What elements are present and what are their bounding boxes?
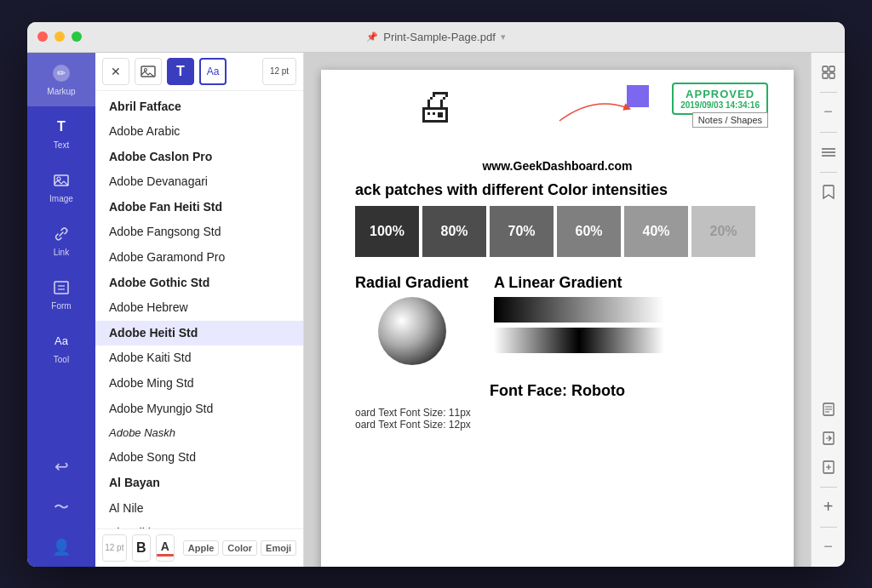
pt-size-button[interactable]: 12 pt	[262, 58, 296, 85]
patch-60: 60%	[557, 206, 621, 257]
font-item-adobe-naskh[interactable]: Adobe Naskh	[95, 421, 303, 445]
font-item-adobe-kaiti[interactable]: Adobe Kaiti Std	[95, 345, 303, 371]
divider-2	[820, 132, 837, 133]
image-label: Image	[49, 194, 73, 203]
titlebar: 📌 Print-Sample-Page.pdf ▾	[27, 22, 845, 53]
aa-panel-button[interactable]: Aa	[199, 58, 227, 85]
sidebar-item-image[interactable]: Image	[27, 160, 95, 214]
font-item-adobe-ming[interactable]: Adobe Ming Std	[95, 371, 303, 397]
markup-icon: ✏	[51, 63, 72, 83]
add-button[interactable]: +	[816, 494, 841, 520]
pin-icon: 📌	[366, 31, 378, 43]
font-size-display[interactable]: 12 pt	[102, 534, 127, 562]
approved-text: APPROVED	[680, 88, 760, 100]
font-panel-bottom: 12 pt B A Apple Color Emoji	[95, 528, 303, 567]
divider-1	[820, 92, 837, 93]
approved-date: 2019/09/03 14:34:16	[680, 100, 760, 110]
sidebar-item-markup[interactable]: ✏ Markup	[27, 53, 95, 106]
zoom-out-button[interactable]: −	[816, 534, 841, 560]
sidebar-item-text[interactable]: T Text	[27, 106, 95, 160]
font-face-title: Font Face: Roboto	[355, 382, 760, 400]
notes-shapes-label: Notes / Shapes	[692, 112, 768, 128]
font-item-adobe-gothic[interactable]: Adobe Gothic Std	[95, 271, 303, 296]
maximize-button[interactable]	[72, 31, 82, 42]
linear-gradient-bar2	[494, 328, 664, 353]
divider-3	[820, 172, 837, 173]
font-toolbar: ✕ T Aa 12 pt	[95, 53, 303, 91]
tool-icon: Aa	[51, 331, 72, 351]
svg-text:✏: ✏	[57, 67, 66, 79]
share-button[interactable]	[816, 454, 841, 480]
bookmark-button[interactable]	[816, 180, 841, 205]
patches-title-text: ack patches with different Color intensi…	[355, 181, 668, 198]
svg-rect-12	[823, 73, 828, 78]
dropdown-icon[interactable]: ▾	[501, 31, 506, 43]
close-button[interactable]	[37, 31, 48, 42]
text-panel-button[interactable]: T	[167, 58, 194, 85]
color-text-btn[interactable]: Color	[222, 540, 257, 556]
markup-label: Markup	[47, 87, 75, 96]
tool-label: Tool	[54, 355, 69, 364]
font-item-adobe-garamond[interactable]: Adobe Garamond Pro	[95, 245, 303, 271]
emoji-text-btn[interactable]: Emoji	[261, 540, 296, 556]
apple-text-btn[interactable]: Apple	[183, 540, 220, 556]
sidebar-item-tool[interactable]: Aa Tool	[27, 321, 95, 374]
font-item-adobe-myungjo[interactable]: Adobe Myungjo Std	[95, 397, 303, 422]
extract-button[interactable]	[816, 425, 841, 451]
image-panel-button[interactable]	[135, 58, 162, 85]
form-tool-icon	[51, 277, 72, 298]
color-picker-button[interactable]: A	[156, 534, 175, 562]
font-item-adobe-song[interactable]: Adobe Song Std	[95, 445, 303, 471]
image-tool-icon	[51, 170, 72, 191]
page-thumbnail-button[interactable]	[816, 397, 841, 422]
title-text: Print-Sample-Page.pdf	[383, 31, 496, 43]
link-label: Link	[54, 248, 69, 257]
font-face-text: Font Face: Roboto	[490, 382, 625, 399]
font-item-adobe-heiti[interactable]: Adobe Heiti Std	[95, 321, 303, 346]
gradient-section: Radial Gradient A Linear Gradient	[355, 274, 760, 365]
font-item-al-tarikh[interactable]: Al Tarikh	[95, 521, 303, 528]
menu-button[interactable]	[816, 140, 841, 165]
font-item-abril[interactable]: Abril Fatface	[95, 94, 303, 120]
divider-4	[820, 487, 837, 488]
close-panel-button[interactable]: ✕	[102, 58, 129, 85]
minus-button[interactable]: −	[816, 100, 841, 125]
patch-100: 100%	[355, 206, 419, 257]
font-item-adobe-arabic[interactable]: Adobe Arabic	[95, 119, 303, 145]
font-info-12: oard Text Font Size: 12px	[355, 419, 760, 431]
patch-40: 40%	[624, 206, 688, 257]
user-button[interactable]: 👤	[27, 528, 95, 567]
sidebar-item-form[interactable]: Form	[27, 267, 95, 321]
grid-view-button[interactable]	[816, 60, 841, 85]
link-tool-icon	[51, 224, 72, 244]
right-sidebar: −	[811, 53, 845, 567]
content-area: ✏ Markup T Text Image	[27, 53, 845, 567]
font-list[interactable]: Abril Fatface Adobe Arabic Adobe Caslon …	[95, 91, 303, 528]
font-item-adobe-fan[interactable]: Adobe Fan Heiti Std	[95, 195, 303, 220]
left-toolbar: ✏ Markup T Text Image	[27, 53, 95, 567]
font-item-adobe-hebrew[interactable]: Adobe Hebrew	[95, 295, 303, 321]
font-item-al-nile[interactable]: Al Nile	[95, 496, 303, 522]
radial-gradient-section: Radial Gradient	[355, 274, 468, 365]
sidebar-item-link[interactable]: Link	[27, 214, 95, 267]
bold-button[interactable]: B	[132, 534, 151, 562]
text-tool-icon: T	[51, 117, 72, 137]
font-item-adobe-fangsong[interactable]: Adobe Fangsong Std	[95, 220, 303, 245]
linear-gradient-bar1	[494, 297, 664, 323]
font-item-adobe-caslon[interactable]: Adobe Caslon Pro	[95, 145, 303, 170]
font-info-11: oard Text Font Size: 11px	[355, 407, 760, 419]
font-item-al-bayan[interactable]: Al Bayan	[95, 471, 303, 496]
linear-gradient-section: A Linear Gradient	[494, 274, 664, 353]
sidebar-bottom: ↩ 〜 👤	[27, 446, 95, 567]
wave-button[interactable]: 〜	[27, 487, 95, 528]
undo-button[interactable]: ↩	[27, 446, 95, 487]
app-window: 📌 Print-Sample-Page.pdf ▾ ✏ Markup T Tex…	[27, 22, 845, 567]
website-text: www.GeekDashboard.com	[482, 159, 632, 173]
svg-rect-11	[829, 66, 835, 71]
svg-rect-10	[823, 66, 828, 71]
pdf-area: 🖨 APPROVED 2019/09/03 14:34:16	[304, 53, 811, 567]
printer-icon: 🖨	[415, 83, 456, 129]
svg-point-8	[145, 68, 147, 71]
font-item-adobe-devanagari[interactable]: Adobe Devanagari	[95, 169, 303, 195]
minimize-button[interactable]	[54, 31, 65, 42]
